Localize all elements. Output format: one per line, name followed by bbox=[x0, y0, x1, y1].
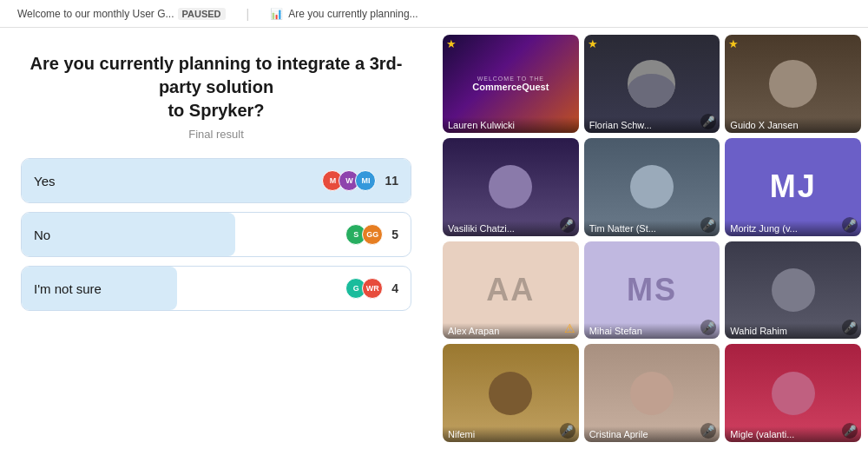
poll-option-yes-content: Yes M W MI 11 bbox=[22, 162, 411, 200]
poll-subtitle: Final result bbox=[21, 128, 411, 141]
tile-tim[interactable]: Tim Natter (St... 🎤 bbox=[584, 138, 720, 236]
poll-icon: 📊 bbox=[270, 8, 283, 20]
top-bar: Welcome to our monthly User G... PAUSED … bbox=[0, 0, 868, 28]
tile-guido[interactable]: ★ Guido X Jansen bbox=[725, 35, 861, 133]
tab-poll-label: Are you currently planning... bbox=[288, 8, 418, 20]
tab-poll[interactable]: 📊 Are you currently planning... bbox=[263, 4, 424, 23]
tile-lauren[interactable]: WELCOME TO THE CommerceQuest ★ Lauren Ku… bbox=[443, 35, 579, 133]
tile-name-nifemi: Nifemi bbox=[443, 426, 579, 442]
star-icon-lauren: ★ bbox=[446, 38, 457, 50]
banner-title: CommerceQuest bbox=[472, 82, 549, 92]
avatar-stack-yes: M W MI bbox=[322, 170, 376, 191]
tile-name-moritz: Moritz Jung (v... bbox=[725, 221, 861, 236]
paused-badge: PAUSED bbox=[178, 8, 226, 20]
tab-welcome[interactable]: Welcome to our monthly User G... PAUSED bbox=[10, 4, 233, 23]
option-yes-label: Yes bbox=[34, 174, 55, 188]
mic-icon-migle: 🎤 bbox=[842, 423, 858, 439]
tile-migle[interactable]: Migle (valanti... 🎤 bbox=[725, 344, 861, 442]
tab-welcome-label: Welcome to our monthly User G... bbox=[17, 8, 174, 20]
tile-mihai[interactable]: MS Mihai Stefan 🎤 bbox=[584, 241, 720, 340]
mic-icon-wahid: 🎤 bbox=[842, 320, 858, 335]
tile-name-florian: Florian Schw... bbox=[584, 117, 720, 133]
tile-vasiliki[interactable]: Vasiliki Chatzi... 🎤 bbox=[443, 138, 579, 236]
mic-icon-tim: 🎤 bbox=[700, 217, 716, 233]
poll-option-notsure-content: I'm not sure G WR 4 bbox=[22, 269, 411, 307]
star-icon-guido: ★ bbox=[728, 38, 739, 50]
option-no-label: No bbox=[34, 228, 50, 242]
option-notsure-right: G WR 4 bbox=[345, 278, 398, 299]
tile-name-migle: Migle (valanti... bbox=[725, 426, 861, 442]
banner-welcome-text: WELCOME TO THE bbox=[477, 76, 544, 82]
tile-name-tim: Tim Natter (St... bbox=[584, 221, 720, 236]
avatar-stack-notsure: G WR bbox=[345, 278, 383, 299]
tile-name-vasiliki: Vasiliki Chatzi... bbox=[443, 221, 579, 236]
mic-icon-vasiliki: 🎤 bbox=[560, 217, 575, 233]
mic-icon-cristina: 🎤 bbox=[700, 423, 716, 439]
tile-moritz[interactable]: MJ Moritz Jung (v... 🎤 bbox=[725, 138, 861, 236]
warn-icon-alex: ⚠ bbox=[564, 321, 575, 335]
avatar-stack-no: S GG bbox=[345, 224, 383, 245]
vote-count-no: 5 bbox=[391, 228, 398, 241]
tab-divider: | bbox=[247, 7, 250, 21]
poll-option-no-content: No S GG 5 bbox=[22, 215, 411, 254]
tile-alex[interactable]: AA Alex Arapan ⚠ bbox=[443, 241, 579, 340]
vote-count-yes: 11 bbox=[385, 174, 398, 188]
tile-wahid[interactable]: Wahid Rahim 🎤 bbox=[725, 241, 861, 340]
vote-count-notsure: 4 bbox=[391, 281, 398, 295]
tile-name-lauren: Lauren Kulwicki bbox=[443, 117, 579, 133]
poll-panel: Are you currently planning to integrate … bbox=[0, 28, 443, 449]
avatar-MI: MI bbox=[355, 170, 376, 191]
option-no-right: S GG 5 bbox=[345, 224, 398, 245]
tile-name-alex: Alex Arapan bbox=[443, 323, 579, 339]
option-yes-right: M W MI 11 bbox=[322, 170, 398, 191]
poll-option-no: No S GG 5 bbox=[21, 212, 411, 257]
mic-icon-nifemi: 🎤 bbox=[560, 423, 575, 439]
mic-icon-florian: 🎤 bbox=[700, 114, 716, 129]
poll-option-yes: Yes M W MI 11 bbox=[21, 158, 411, 203]
avatar-WR: WR bbox=[362, 278, 383, 299]
poll-options: Yes M W MI 11 No bbox=[21, 158, 411, 311]
tile-name-guido: Guido X Jansen bbox=[725, 117, 861, 133]
mic-icon-mihai: 🎤 bbox=[700, 320, 716, 335]
star-icon-florian: ★ bbox=[588, 38, 598, 50]
poll-question: Are you currently planning to integrate … bbox=[21, 52, 411, 122]
tile-nifemi[interactable]: Nifemi 🎤 bbox=[443, 344, 579, 442]
poll-option-notsure: I'm not sure G WR 4 bbox=[21, 266, 411, 311]
tile-cristina[interactable]: Cristina Aprile 🎤 bbox=[584, 344, 720, 442]
tile-florian[interactable]: ★ Florian Schw... 🎤 bbox=[584, 35, 720, 133]
video-panel: WELCOME TO THE CommerceQuest ★ Lauren Ku… bbox=[443, 28, 868, 449]
option-notsure-label: I'm not sure bbox=[34, 281, 102, 296]
tile-name-wahid: Wahid Rahim bbox=[725, 323, 861, 339]
avatar-GG: GG bbox=[362, 224, 383, 245]
tile-name-cristina: Cristina Aprile bbox=[584, 426, 720, 442]
main-content: Are you currently planning to integrate … bbox=[0, 28, 868, 449]
tile-name-mihai: Mihai Stefan bbox=[584, 323, 720, 339]
mic-icon-moritz: 🎤 bbox=[842, 217, 858, 233]
